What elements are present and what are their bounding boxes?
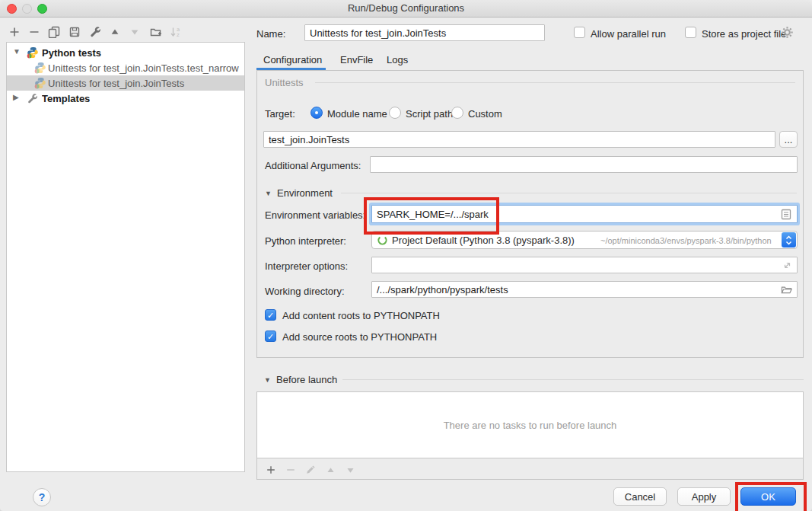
minus-icon: [28, 26, 40, 38]
environment-variables-label: Environment variables:: [265, 209, 365, 221]
tree-templates-label: Templates: [42, 93, 90, 104]
templates-wrench-icon: [27, 93, 39, 105]
move-down-button[interactable]: [126, 24, 144, 40]
add-task-button[interactable]: [262, 461, 280, 479]
pencil-icon: [305, 465, 316, 475]
add-source-roots-label: Add source roots to PYTHONPATH: [282, 331, 437, 343]
name-label: Name:: [256, 28, 285, 40]
radio-script-path-label: Script path: [406, 108, 453, 120]
python-interpreter-select[interactable]: Project Default (Python 3.8 (pyspark-3.8…: [371, 231, 798, 249]
allow-parallel-run-checkbox[interactable]: [574, 27, 585, 38]
edit-templates-button[interactable]: [86, 24, 104, 40]
radio-custom[interactable]: [451, 107, 463, 119]
arrow-down-icon: [345, 465, 355, 475]
radio-script-path[interactable]: [389, 107, 401, 119]
store-as-project-file-label: Store as project file: [702, 28, 786, 40]
store-options-gear-button[interactable]: [781, 26, 794, 42]
chevron-down-icon[interactable]: ▼: [13, 47, 21, 56]
save-configuration-button[interactable]: [65, 24, 84, 40]
interpreter-options-input[interactable]: [371, 257, 798, 273]
tree-group-templates[interactable]: ▶ Templates: [7, 91, 244, 106]
expand-editor-icon[interactable]: [782, 260, 792, 273]
working-directory-label: Working directory:: [265, 286, 345, 297]
copy-icon: [48, 26, 60, 38]
python-interpreter-path: ~/opt/miniconda3/envs/pyspark-3.8/bin/py…: [600, 236, 772, 245]
store-as-project-file-checkbox[interactable]: [685, 27, 696, 38]
wrench-icon: [89, 26, 101, 38]
radio-custom-label: Custom: [468, 108, 502, 120]
plus-icon: [8, 26, 21, 38]
additional-arguments-label: Additional Arguments:: [265, 160, 361, 171]
help-button[interactable]: ?: [33, 488, 51, 506]
arrow-up-icon: [110, 27, 120, 37]
move-task-up-button[interactable]: [321, 461, 339, 479]
tab-configuration[interactable]: Configuration: [263, 54, 322, 65]
add-source-roots-checkbox[interactable]: ✓: [265, 331, 276, 342]
divider: [315, 82, 795, 83]
tab-envfile[interactable]: EnvFile: [340, 54, 373, 65]
no-tasks-message: There are no tasks to run before launch: [444, 420, 617, 431]
browse-folder-icon[interactable]: [781, 284, 792, 298]
name-input[interactable]: [304, 24, 545, 41]
add-content-roots-label: Add content roots to PYTHONPATH: [282, 310, 440, 321]
svg-text:z: z: [177, 32, 180, 38]
edit-env-vars-list-icon[interactable]: [781, 209, 791, 223]
sort-az-icon: az: [170, 26, 182, 38]
radio-module-name[interactable]: [310, 107, 323, 119]
apply-button[interactable]: Apply: [677, 487, 731, 506]
tree-item-label: Unittests for test_join.JoinTests.test_n…: [48, 62, 244, 74]
python-tests-icon: [27, 46, 39, 59]
edit-task-button[interactable]: [301, 461, 320, 479]
gear-icon: [781, 26, 794, 39]
move-task-down-button[interactable]: [341, 461, 359, 479]
minus-icon: [285, 465, 296, 475]
additional-arguments-input[interactable]: [370, 156, 798, 173]
environment-section-label: Environment: [277, 187, 333, 199]
remove-configuration-button[interactable]: [25, 24, 43, 40]
plus-icon: [266, 465, 276, 475]
configurations-tree: ▼ Python tests Unittests for test_join.J…: [6, 42, 245, 472]
radio-module-name-label: Module name: [327, 108, 387, 120]
conda-environment-icon: [377, 235, 388, 249]
python-test-icon: [34, 77, 46, 89]
arrow-up-icon: [326, 465, 336, 475]
target-label: Target:: [265, 108, 295, 120]
python-interpreter-label: Python interpreter:: [265, 235, 346, 247]
before-launch-tasks-panel: There are no tasks to run before launch: [256, 391, 804, 480]
chevron-down-icon[interactable]: ▼: [265, 190, 272, 197]
environment-variables-input[interactable]: [371, 205, 798, 223]
tree-item-jointests-selected[interactable]: Unittests for test_join.JoinTests: [7, 75, 244, 91]
working-directory-input[interactable]: [371, 281, 798, 298]
unittests-group-label: Unittests: [265, 77, 304, 88]
add-content-roots-checkbox[interactable]: ✓: [265, 309, 276, 321]
remove-task-button[interactable]: [282, 461, 300, 479]
run-debug-configurations-dialog: Run/Debug Configurations az ▼ Python tes…: [0, 0, 812, 511]
copy-configuration-button[interactable]: [45, 24, 63, 40]
tree-item-test-narrow[interactable]: Unittests for test_join.JoinTests.test_n…: [7, 60, 244, 75]
divider: [341, 193, 797, 193]
before-launch-task-list[interactable]: There are no tasks to run before launch: [257, 392, 803, 458]
tree-item-label: Unittests for test_join.JoinTests: [48, 78, 244, 89]
browse-module-button[interactable]: ...: [779, 131, 798, 148]
tree-group-label: Python tests: [42, 47, 101, 59]
cancel-button[interactable]: Cancel: [613, 487, 667, 506]
folder-add-icon: [150, 26, 162, 38]
tree-group-python-tests[interactable]: ▼ Python tests: [7, 45, 244, 60]
chevron-right-icon[interactable]: ▶: [13, 93, 19, 101]
add-configuration-button[interactable]: [5, 24, 24, 40]
configuration-panel: Unittests Target: Module name Script pat…: [256, 70, 804, 358]
ok-button[interactable]: OK: [740, 487, 796, 506]
tab-logs[interactable]: Logs: [387, 54, 408, 65]
allow-parallel-run-label: Allow parallel run: [591, 28, 666, 40]
move-up-button[interactable]: [106, 24, 124, 40]
create-folder-button[interactable]: [147, 24, 165, 40]
chevron-down-icon[interactable]: ▼: [264, 376, 271, 384]
python-test-icon: [34, 62, 46, 74]
divider: [342, 379, 804, 380]
combo-stepper-icon[interactable]: [782, 232, 796, 248]
before-launch-section-label: Before launch: [276, 374, 337, 385]
window-title: Run/Debug Configurations: [0, 2, 812, 14]
sort-configurations-button[interactable]: az: [167, 24, 185, 40]
target-module-input[interactable]: [263, 131, 775, 148]
arrow-down-icon: [129, 27, 140, 37]
